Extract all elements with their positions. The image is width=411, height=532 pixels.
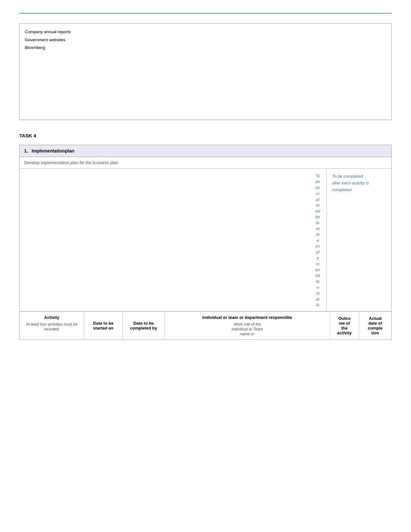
col-actual-l3: comple bbox=[368, 326, 383, 330]
vt-6: et bbox=[316, 202, 319, 208]
plan-header-number: 1. bbox=[24, 148, 28, 153]
page: Company annual reports Government websit… bbox=[0, 0, 411, 532]
col-individual-note1: Work role of the bbox=[234, 322, 261, 327]
right-text-line1: To be completed bbox=[332, 174, 363, 179]
plan-subheader-row: Develop implementation plan for the busi… bbox=[20, 157, 391, 169]
plan-column-headers-row: Activity At least four activities must b… bbox=[20, 311, 391, 340]
vt-4: m bbox=[316, 191, 319, 197]
plan-subheader-text: Develop implementation plan for the busi… bbox=[24, 160, 119, 165]
col-individual-label: Individual or team or department respons… bbox=[169, 315, 326, 320]
vt-19: io bbox=[316, 279, 319, 284]
vt-22: ar bbox=[316, 296, 320, 302]
col-outcome-label-block: Outco me of the activity bbox=[337, 316, 352, 335]
references-box: Company annual reports Government websit… bbox=[19, 23, 392, 120]
col-date-start-header: Date to be started on bbox=[84, 312, 123, 340]
vt-13: im bbox=[316, 243, 320, 249]
plan-table: 1. Implementationplan Develop implementa… bbox=[19, 145, 392, 340]
col-individual-note3: name or bbox=[240, 332, 254, 336]
col-date-end-label: Date to be completed by bbox=[127, 321, 161, 330]
col-actual-header: Actual date of comple tion bbox=[359, 312, 391, 340]
col-date-end-header: Date to be completed by bbox=[123, 312, 165, 340]
vt-9: fo bbox=[316, 220, 319, 226]
col-individual-note2: individual or Team bbox=[232, 327, 263, 331]
plan-header-title: Implementationplan bbox=[32, 148, 74, 153]
vt-20: n bbox=[317, 285, 319, 291]
reference-line3: Bloomberg bbox=[25, 44, 386, 52]
right-text-line3: completed bbox=[332, 187, 351, 192]
vt-15: e bbox=[317, 255, 319, 261]
plan-dates-right: To be completed after each activity is c… bbox=[327, 169, 391, 311]
col-actual-l4: tion bbox=[368, 330, 383, 335]
vt-23: ts bbox=[316, 302, 319, 308]
vt-10: re bbox=[316, 226, 320, 232]
reference-line1: Company annual reports bbox=[25, 28, 386, 36]
col-activity-label: Activity bbox=[24, 315, 80, 320]
task-heading: TASK 4 bbox=[19, 133, 392, 138]
plan-dates-left: To be co m pl et ed be fo re th e im pl … bbox=[20, 169, 327, 311]
col-date-start-label: Date to be started on bbox=[88, 321, 119, 330]
col-actual-l2: date of bbox=[368, 321, 383, 326]
vt-11: th bbox=[316, 232, 319, 238]
right-text-block: To be completed after each activity is c… bbox=[332, 173, 369, 193]
vt-12: e bbox=[317, 238, 319, 243]
col-activity-header: Activity At least four activities must b… bbox=[20, 312, 84, 340]
col-outcome-l4: activity bbox=[337, 330, 352, 335]
col-individual-header: Individual or team or department respons… bbox=[165, 312, 330, 340]
vt-17: en bbox=[316, 267, 320, 273]
plan-header-row: 1. Implementationplan bbox=[20, 145, 391, 157]
vt-7: ed bbox=[316, 208, 320, 214]
right-text-line2: after each activity is bbox=[332, 181, 369, 185]
col-outcome-l3: the bbox=[337, 326, 352, 330]
vt-5: pl bbox=[316, 197, 319, 202]
vt-2: be bbox=[316, 179, 320, 185]
reference-line2: Government websites bbox=[25, 36, 386, 44]
vt-18: tat bbox=[316, 273, 320, 279]
col-outcome-l2: me of bbox=[337, 321, 352, 326]
plan-dates-row: To be co m pl et ed be fo re th e im pl … bbox=[20, 169, 391, 311]
col-activity-note: At least four activities must be include… bbox=[26, 322, 77, 331]
vt-14: pl bbox=[316, 249, 319, 255]
vertical-text-block: To be co m pl et ed be fo re th e im pl … bbox=[316, 173, 320, 308]
col-actual-l1: Actual bbox=[368, 316, 383, 321]
vt-1: To bbox=[316, 173, 320, 179]
vt-3: co bbox=[316, 185, 320, 191]
col-outcome-l1: Outco bbox=[337, 316, 352, 321]
vt-8: be bbox=[316, 214, 320, 220]
top-rule bbox=[19, 13, 392, 14]
vt-16: m bbox=[316, 261, 319, 267]
col-outcome-header: Outco me of the activity bbox=[330, 312, 359, 340]
col-actual-label-block: Actual date of comple tion bbox=[368, 316, 383, 335]
vt-21: st bbox=[316, 291, 319, 296]
